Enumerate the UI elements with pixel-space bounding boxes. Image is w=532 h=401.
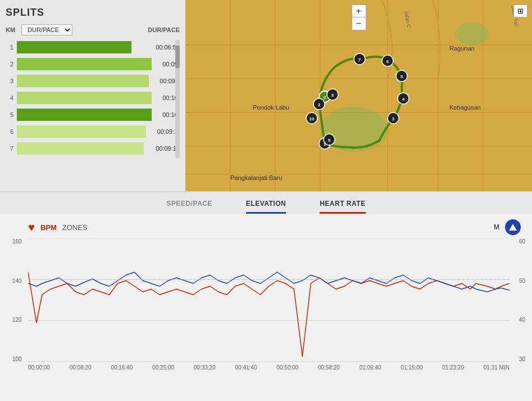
table-row: 7 00:09:10	[6, 141, 180, 156]
svg-text:9: 9	[328, 138, 331, 143]
pace-bar	[17, 109, 152, 121]
svg-text:4: 4	[402, 97, 405, 102]
chart-area: ♥ BPM ZONES M 160 140 120 100 60 50 40 3…	[0, 214, 532, 371]
x-label-4: 00:33:20	[194, 364, 216, 371]
pace-bar	[17, 125, 146, 138]
y-label-120: 120	[12, 317, 22, 323]
zoom-out-button[interactable]: −	[352, 17, 366, 30]
svg-text:3: 3	[392, 116, 395, 121]
svg-text:Pangkalanjati Baru: Pangkalanjati Baru	[230, 174, 282, 181]
row-number: 2	[6, 61, 17, 67]
tab-elevation[interactable]: ELEVATION	[246, 200, 286, 214]
svg-marker-42	[509, 224, 517, 231]
km-column-header: KM	[6, 26, 17, 33]
bpm-label[interactable]: BPM	[40, 223, 57, 232]
min-label: MIN	[499, 364, 510, 371]
svg-text:S: S	[323, 95, 326, 100]
row-number: 1	[6, 44, 17, 51]
y-axis-left: 160 140 120 100	[12, 238, 22, 362]
row-number: 4	[6, 94, 17, 101]
zoom-in-button[interactable]: +	[352, 5, 366, 17]
svg-text:Pondok Labu: Pondok Labu	[253, 104, 289, 111]
bar-container	[17, 142, 145, 155]
page-title: SPLITS	[6, 7, 180, 19]
table-row: 3 00:09:54	[6, 74, 180, 88]
tab-heart-rate[interactable]: HEART RATE	[320, 200, 365, 214]
chart-wrapper: 160 140 120 100 60 50 40 30	[28, 238, 510, 362]
x-label-1: 00:08:20	[70, 364, 92, 371]
chart-legend: ♥ BPM ZONES M	[11, 219, 521, 235]
y-label-140: 140	[12, 278, 22, 284]
table-row: 2 00:09:11	[6, 57, 180, 71]
splits-panel: SPLITS KM DUR/PACE DUR/PACE 1 00:06:59 2…	[0, 0, 185, 191]
x-label-11: 01:31 MIN	[484, 364, 510, 371]
x-label-8: 01:06:40	[360, 364, 381, 371]
x-label-0: 00:00:00	[28, 364, 50, 371]
tab-speed-pace[interactable]: SPEED/PACE	[166, 200, 212, 214]
svg-text:8: 8	[331, 93, 334, 98]
y-label-30: 30	[519, 356, 525, 362]
svg-text:10: 10	[310, 116, 315, 121]
y-label-100: 100	[12, 356, 22, 362]
row-number: 6	[6, 128, 17, 135]
table-row: 1 00:06:59	[6, 40, 180, 55]
layers-icon: ⊞	[517, 7, 524, 15]
y-label-50: 50	[519, 278, 525, 284]
svg-text:Kebagusan: Kebagusan	[449, 104, 481, 111]
row-number: 3	[6, 78, 17, 84]
tabs-row: SPEED/PACE ELEVATION HEART RATE	[0, 192, 532, 214]
pace-bar	[17, 58, 152, 70]
bar-container	[17, 109, 152, 121]
svg-text:7: 7	[358, 57, 361, 62]
zones-label[interactable]: ZONES	[62, 223, 88, 232]
x-label-2: 00:16:40	[111, 364, 133, 371]
x-label-7: 00:58:20	[318, 364, 340, 371]
layers-button[interactable]: ⊞	[513, 4, 528, 17]
splits-table: 1 00:06:59 2 00:09:11 3 00:09:54 4 00:10…	[6, 40, 180, 156]
y-label-160: 160	[12, 238, 22, 245]
pace-bar	[17, 41, 131, 53]
svg-text:2: 2	[318, 102, 321, 107]
svg-text:6: 6	[387, 59, 389, 64]
x-label-9: 01:15:00	[401, 364, 422, 371]
x-label-5: 00:41:40	[235, 364, 257, 371]
pace-bar	[17, 75, 149, 87]
svg-text:Ragunan: Ragunan	[449, 45, 475, 52]
table-row: 5 00:10:27	[6, 107, 180, 122]
svg-point-13	[455, 22, 489, 45]
bar-container	[17, 41, 145, 53]
bar-container	[17, 75, 149, 87]
bar-container	[17, 58, 152, 70]
m-axis-label: M	[494, 223, 499, 231]
bar-container	[17, 125, 146, 138]
row-number: 7	[6, 145, 17, 152]
bar-container	[17, 92, 152, 104]
zoom-controls: + −	[352, 4, 366, 30]
map-section[interactable]: + − ⊞	[185, 0, 532, 191]
mountain-icon	[505, 219, 521, 235]
x-axis-row: 00:00:00 00:08:20 00:16:40 00:25:00 00:3…	[28, 362, 510, 371]
dur-pace-column-header: DUR/PACE	[148, 26, 180, 33]
x-label-10: 01:23:20	[442, 364, 464, 371]
heart-icon: ♥	[28, 221, 35, 234]
pace-bar	[17, 92, 152, 104]
chart-svg	[28, 238, 510, 362]
pace-bar	[17, 142, 144, 155]
y-label-60: 60	[519, 238, 525, 245]
x-label-3: 00:25:00	[152, 364, 174, 371]
table-row: 6 00:09:30	[6, 124, 180, 139]
table-row: 4 00:10:12	[6, 91, 180, 105]
x-label-6: 00:50:00	[276, 364, 298, 371]
bottom-section: SPEED/PACE ELEVATION HEART RATE ♥ BPM ZO…	[0, 191, 532, 401]
svg-text:5: 5	[401, 74, 403, 79]
dur-pace-dropdown[interactable]: DUR/PACE	[21, 24, 72, 35]
y-label-40: 40	[519, 317, 525, 323]
y-axis-right: 60 50 40 30	[519, 238, 525, 362]
row-number: 5	[6, 111, 17, 118]
